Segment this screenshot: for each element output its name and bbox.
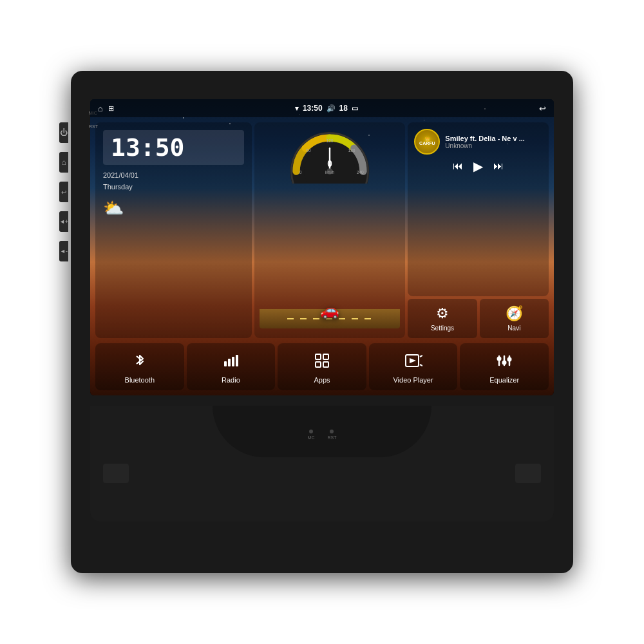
video-icon	[404, 352, 422, 372]
navi-label: Navi	[507, 325, 520, 332]
side-button-group: ⏻ ⌂ ↩ ◄+ ◄-	[59, 122, 68, 261]
apps-status-icon[interactable]: ⊞	[108, 104, 114, 113]
music-panel: 👑 CARFU Smiley ft. Delia - Ne v ... Unkn…	[408, 122, 549, 296]
rst-indicator: RST	[327, 430, 336, 440]
bluetooth-button[interactable]: Bluetooth	[95, 343, 184, 390]
status-time: 13:50	[303, 104, 323, 113]
svg-text:0: 0	[299, 170, 302, 175]
wifi-icon: ▾	[295, 104, 299, 113]
next-button[interactable]: ⏭	[493, 160, 504, 172]
battery-icon: ▭	[352, 104, 358, 113]
car-unit: MIC RST ⏻ ⌂ ↩ ◄+ ◄-	[71, 71, 573, 573]
music-title: Smiley ft. Delia - Ne v ...	[445, 135, 542, 142]
settings-button[interactable]: ⚙ Settings	[408, 299, 477, 338]
radio-icon	[222, 352, 239, 372]
bluetooth-icon	[131, 352, 148, 372]
svg-text:240: 240	[357, 170, 364, 175]
svg-rect-13	[228, 359, 231, 366]
svg-point-27	[502, 361, 507, 365]
video-button[interactable]: Video Player	[369, 343, 458, 390]
radio-button[interactable]: Radio	[187, 343, 276, 390]
clock-display: 13:50	[103, 130, 244, 165]
vol-down-button[interactable]: ◄-	[59, 241, 68, 261]
volume-icon: 🔊	[327, 104, 336, 113]
speedometer-svg: 0 60 120 180 240 0 km/h	[285, 129, 375, 184]
music-artist: Unknown	[445, 142, 542, 149]
svg-point-25	[497, 357, 502, 361]
svg-rect-19	[323, 362, 328, 367]
volume-level: 18	[339, 104, 348, 113]
equalizer-label: Equalizer	[489, 376, 519, 384]
settings-icon: ⚙	[436, 305, 449, 322]
weather-icon: ⛅	[103, 198, 244, 218]
svg-rect-15	[236, 355, 238, 366]
clock-panel: 13:50 2021/04/01 Thursday ⛅	[95, 122, 252, 338]
settings-label: Settings	[431, 325, 454, 332]
radio-label: Radio	[222, 376, 240, 384]
music-controls: ⏮ ▶ ⏭	[414, 158, 542, 174]
prev-button[interactable]: ⏮	[453, 160, 463, 172]
speedometer-panel: 0 60 120 180 240 0 km/h	[254, 122, 406, 338]
mc-indicator: MC	[308, 430, 315, 440]
rst-label: RST	[89, 123, 98, 131]
svg-text:60: 60	[306, 148, 311, 153]
svg-text:0: 0	[327, 159, 332, 169]
main-buttons-row: Bluetooth Radio	[90, 341, 554, 395]
clock-date: 2021/04/01	[103, 171, 244, 179]
music-logo: 👑 CARFU	[414, 129, 440, 155]
svg-point-29	[507, 357, 512, 362]
bluetooth-label: Bluetooth	[125, 376, 155, 384]
home-status-icon[interactable]: ⌂	[98, 104, 103, 113]
equalizer-icon	[496, 352, 513, 372]
svg-text:km/h: km/h	[325, 170, 335, 175]
video-label: Video Player	[393, 376, 433, 384]
home-side-button[interactable]: ⌂	[59, 152, 68, 173]
play-button[interactable]: ▶	[473, 158, 483, 174]
svg-rect-16	[316, 354, 321, 359]
apps-label: Apps	[314, 376, 330, 384]
clock-time: 13:50	[111, 135, 236, 160]
music-header: 👑 CARFU Smiley ft. Delia - Ne v ... Unkn…	[414, 129, 542, 155]
music-info: Smiley ft. Delia - Ne v ... Unknown	[445, 135, 542, 149]
svg-text:180: 180	[348, 148, 355, 153]
main-content: 13:50 2021/04/01 Thursday ⛅	[90, 117, 554, 395]
apps-icon	[314, 352, 330, 372]
back-status-icon[interactable]: ↩	[539, 104, 546, 113]
equalizer-button[interactable]: Equalizer	[460, 343, 549, 390]
bracket-bottom-right	[515, 464, 541, 483]
svg-line-22	[420, 355, 422, 357]
bottom-bezel: MC RST	[90, 406, 554, 522]
screen: ⌂ ⊞ ▾ 13:50 🔊 18 ▭ ↩	[90, 99, 554, 395]
svg-marker-21	[410, 358, 416, 363]
quick-buttons: ⚙ Settings 🧭 Navi	[408, 299, 549, 338]
apps-button[interactable]: Apps	[278, 343, 366, 390]
svg-rect-17	[323, 354, 328, 359]
status-bar: ⌂ ⊞ ▾ 13:50 🔊 18 ▭ ↩	[90, 99, 554, 117]
navi-button[interactable]: 🧭 Navi	[480, 299, 549, 338]
svg-line-23	[420, 365, 422, 366]
right-panel: 👑 CARFU Smiley ft. Delia - Ne v ... Unkn…	[408, 122, 549, 338]
vol-up-button[interactable]: ◄+	[59, 211, 68, 232]
power-button[interactable]: ⏻	[59, 122, 68, 143]
navi-icon: 🧭	[506, 305, 523, 322]
bottom-curve: MC RST	[213, 406, 431, 457]
svg-rect-12	[224, 361, 227, 366]
back-side-button[interactable]: ↩	[59, 182, 68, 202]
car-road: 🚗	[260, 293, 401, 332]
svg-text:120: 120	[326, 138, 333, 143]
svg-rect-14	[232, 357, 234, 366]
clock-day: Thursday	[103, 183, 244, 191]
svg-rect-18	[316, 362, 321, 367]
bracket-bottom-left	[103, 464, 129, 483]
